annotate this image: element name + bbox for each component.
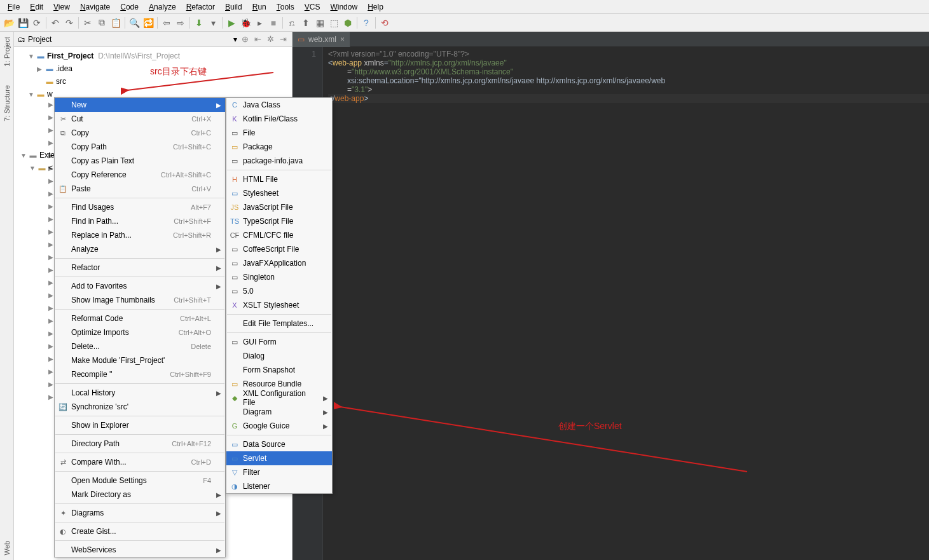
- back-icon[interactable]: ⇦: [160, 17, 173, 29]
- new-xslt-stylesheet[interactable]: XXSLT Stylesheet: [226, 298, 332, 312]
- coverage-icon[interactable]: ▸: [253, 17, 266, 29]
- new-servlet[interactable]: ▭Servlet: [226, 451, 332, 465]
- tomcat-row[interactable]: ▼▬<: [14, 161, 57, 174]
- code-content[interactable]: <?xml version="1.0" encoding="UTF-8"?><w…: [323, 47, 929, 560]
- new-html-file[interactable]: HHTML File: [226, 172, 332, 186]
- new-listener[interactable]: ◑Listener: [226, 479, 332, 493]
- restart-icon[interactable]: ⟲: [378, 17, 391, 29]
- ctx-synchronize-src-[interactable]: 🔄Synchronize 'src': [55, 400, 225, 414]
- new-xml-configuration-file[interactable]: ◆XML Configuration File▶: [226, 391, 332, 405]
- stop-icon[interactable]: ■: [267, 17, 280, 29]
- forward-icon[interactable]: ⇨: [174, 17, 187, 29]
- ctx-show-image-thumbnails[interactable]: Show Image ThumbnailsCtrl+Shift+T: [55, 293, 225, 307]
- ctx-replace-in-path-[interactable]: Replace in Path...Ctrl+Shift+R: [55, 228, 225, 242]
- gear-icon[interactable]: ✲: [265, 34, 275, 44]
- menu-run[interactable]: Run: [247, 1, 272, 13]
- new-stylesheet[interactable]: ▭Stylesheet: [226, 186, 332, 200]
- find-icon[interactable]: 🔍: [128, 17, 141, 29]
- menu-help[interactable]: Help: [362, 1, 389, 13]
- menu-edit[interactable]: Edit: [25, 1, 48, 13]
- paste-icon[interactable]: 📋: [109, 17, 122, 29]
- new-gui-form[interactable]: ▭GUI Form: [226, 335, 332, 349]
- ctx-paste[interactable]: 📋PasteCtrl+V: [55, 182, 225, 196]
- ctx-directory-path[interactable]: Directory PathCtrl+Alt+F12: [55, 437, 225, 451]
- dropdown-icon[interactable]: ▾: [233, 35, 237, 44]
- ctx-reformat-code[interactable]: Reformat CodeCtrl+Alt+L: [55, 311, 225, 325]
- context-menu[interactable]: New▶✂CutCtrl+X⧉CopyCtrl+CCopy PathCtrl+S…: [54, 97, 226, 557]
- ctx-diagrams[interactable]: ✦Diagrams▶: [55, 506, 225, 520]
- new-file[interactable]: ▭File: [226, 126, 332, 140]
- menu-build[interactable]: Build: [220, 1, 247, 13]
- ctx-new[interactable]: New▶: [55, 98, 225, 112]
- new-javafxapplication[interactable]: ▭JavaFXApplication: [226, 256, 332, 270]
- help-icon[interactable]: ?: [360, 17, 373, 29]
- ctx-find-usages[interactable]: Find UsagesAlt+F7: [55, 200, 225, 214]
- save-icon[interactable]: 💾: [17, 17, 29, 29]
- android-icon[interactable]: ⬢: [341, 17, 354, 29]
- tree-row[interactable]: ▼▬First_ProjectD:\IntellWs\First_Project: [14, 50, 292, 62]
- new-package[interactable]: ▭Package: [226, 140, 332, 154]
- target-icon[interactable]: ⊕: [240, 34, 250, 44]
- menu-view[interactable]: View: [48, 1, 75, 13]
- new-submenu[interactable]: CJava ClassKKotlin File/Class▭File▭Packa…: [226, 97, 333, 494]
- ctx-open-module-settings[interactable]: Open Module SettingsF4: [55, 474, 225, 488]
- run-icon[interactable]: ▶: [225, 17, 238, 29]
- new-filter[interactable]: ▽Filter: [226, 465, 332, 479]
- ctx-delete-[interactable]: Delete...Delete: [55, 339, 225, 353]
- editor-tab-webxml[interactable]: ▭ web.xml ×: [292, 32, 350, 47]
- build-icon[interactable]: ⬇: [193, 17, 205, 29]
- new-form-snapshot[interactable]: Form Snapshot: [226, 363, 332, 377]
- cut-icon[interactable]: ✂: [81, 17, 94, 29]
- new-dialog[interactable]: Dialog: [226, 349, 332, 363]
- new-diagram[interactable]: Diagram▶: [226, 405, 332, 419]
- new-singleton[interactable]: ▭Singleton: [226, 270, 332, 284]
- new-javascript-file[interactable]: JSJavaScript File: [226, 200, 332, 214]
- new-cfml-cfc-file[interactable]: CFCFML/CFC file: [226, 228, 332, 242]
- new-google-guice[interactable]: GGoogle Guice▶: [226, 419, 332, 433]
- menu-file[interactable]: File: [3, 1, 25, 13]
- ctx-copy[interactable]: ⧉CopyCtrl+C: [55, 126, 225, 140]
- run-config-icon[interactable]: ▾: [207, 17, 219, 29]
- new-edit-file-templates-[interactable]: Edit File Templates...: [226, 317, 332, 331]
- ctx-make-module-first-project-[interactable]: Make Module 'First_Project': [55, 353, 225, 367]
- new-java-class[interactable]: CJava Class: [226, 98, 332, 112]
- hide-icon[interactable]: ⇥: [278, 34, 288, 44]
- menu-tools[interactable]: Tools: [272, 1, 299, 13]
- redo-icon[interactable]: ↷: [63, 17, 76, 29]
- ctx-copy-reference[interactable]: Copy ReferenceCtrl+Alt+Shift+C: [55, 168, 225, 182]
- open-icon[interactable]: 📂: [3, 17, 15, 29]
- menu-navigate[interactable]: Navigate: [75, 1, 115, 13]
- menu-refactor[interactable]: Refactor: [181, 1, 220, 13]
- rail-web[interactable]: Web: [3, 541, 11, 555]
- commit-icon[interactable]: ⬆: [299, 17, 312, 29]
- new-data-source[interactable]: ▭Data Source: [226, 437, 332, 451]
- ctx-add-to-favorites[interactable]: Add to Favorites▶: [55, 279, 225, 293]
- ctx-refactor[interactable]: Refactor▶: [55, 261, 225, 275]
- structure-icon[interactable]: ▦: [313, 17, 326, 29]
- menu-code[interactable]: Code: [115, 1, 144, 13]
- ctx-copy-as-plain-text[interactable]: Copy as Plain Text: [55, 154, 225, 168]
- new-coffeescript-file[interactable]: ▭CoffeeScript File: [226, 242, 332, 256]
- ctx-show-in-explorer[interactable]: Show in Explorer: [55, 418, 225, 432]
- new-package-info-java[interactable]: ▭package-info.java: [226, 154, 332, 168]
- rail-structure[interactable]: 7: Structure: [3, 85, 11, 121]
- collapse-icon[interactable]: ⇤: [252, 34, 263, 44]
- menu-window[interactable]: Window: [325, 1, 362, 13]
- ctx-copy-path[interactable]: Copy PathCtrl+Shift+C: [55, 140, 225, 154]
- new-5-0[interactable]: ▭5.0: [226, 284, 332, 298]
- vcs-icon[interactable]: ⎌: [286, 17, 298, 29]
- replace-icon[interactable]: 🔁: [142, 17, 155, 29]
- ctx-recompile-default-[interactable]: Recompile ''Ctrl+Shift+F9: [55, 367, 225, 381]
- external-libraries[interactable]: ▼▬Exter: [14, 149, 57, 161]
- ctx-find-in-path-[interactable]: Find in Path...Ctrl+Shift+F: [55, 214, 225, 228]
- close-tab-icon[interactable]: ×: [340, 35, 345, 44]
- ctx-cut[interactable]: ✂CutCtrl+X: [55, 112, 225, 126]
- rail-project[interactable]: 1: Project: [3, 37, 11, 66]
- tree-row[interactable]: ▶▬.idea: [14, 62, 292, 75]
- ctx-optimize-imports[interactable]: Optimize ImportsCtrl+Alt+O: [55, 325, 225, 339]
- new-typescript-file[interactable]: TSTypeScript File: [226, 214, 332, 228]
- ctx-local-history[interactable]: Local History▶: [55, 386, 225, 400]
- ctx-mark-directory-as[interactable]: Mark Directory as▶: [55, 488, 225, 502]
- debug-icon[interactable]: 🐞: [239, 17, 252, 29]
- undo-icon[interactable]: ↶: [49, 17, 62, 29]
